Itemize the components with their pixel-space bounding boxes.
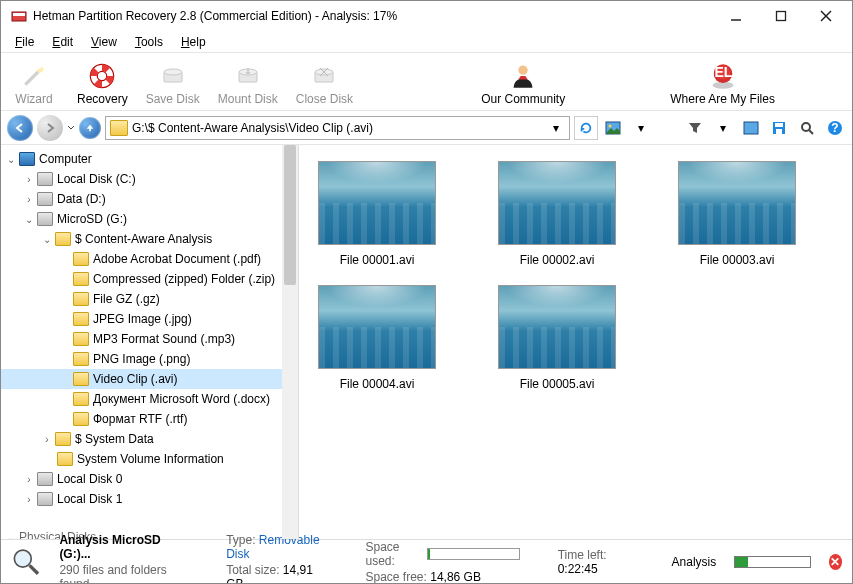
minimize-button[interactable]: [713, 2, 758, 30]
folder-tree[interactable]: ⌄Computer ›Local Disk (C:) ›Data (D:) ⌄M…: [1, 145, 299, 539]
svg-point-10: [164, 69, 182, 75]
disk-mount-icon: [234, 62, 262, 90]
tree-scrollbar[interactable]: [282, 145, 298, 539]
file-item[interactable]: File 00003.avi: [667, 161, 807, 267]
back-button[interactable]: [7, 115, 33, 141]
save-button[interactable]: [768, 117, 790, 139]
file-item[interactable]: File 00004.avi: [307, 285, 447, 391]
stop-button[interactable]: ✕: [829, 554, 843, 570]
tree-local0[interactable]: ›Local Disk 0: [1, 469, 298, 489]
close-disk-label: Close Disk: [296, 92, 353, 106]
tree-mp3[interactable]: MP3 Format Sound (.mp3): [1, 329, 298, 349]
folder-icon: [73, 412, 89, 426]
close-button[interactable]: [803, 2, 848, 30]
address-input[interactable]: G:\$ Content-Aware Analysis\Video Clip (…: [105, 116, 570, 140]
menu-file[interactable]: File: [7, 33, 42, 51]
tree-data-d[interactable]: ›Data (D:): [1, 189, 298, 209]
drive-icon: [37, 492, 53, 506]
folder-icon: [73, 292, 89, 306]
wizard-label: Wizard: [15, 92, 52, 106]
file-item[interactable]: File 00001.avi: [307, 161, 447, 267]
recovery-button[interactable]: Recovery: [77, 62, 128, 106]
tree-system-data[interactable]: ›$ System Data: [1, 429, 298, 449]
svg-text:?: ?: [831, 121, 838, 135]
video-thumbnail: [498, 285, 616, 369]
forward-button[interactable]: [37, 115, 63, 141]
folder-icon: [73, 272, 89, 286]
svg-point-28: [802, 123, 810, 131]
tree-local1[interactable]: ›Local Disk 1: [1, 489, 298, 509]
tree-content-aware[interactable]: ⌄$ Content-Aware Analysis: [1, 229, 298, 249]
tree-pdf[interactable]: Adobe Acrobat Document (.pdf): [1, 249, 298, 269]
menu-help[interactable]: Help: [173, 33, 214, 51]
tree-rtf[interactable]: Формат RTF (.rtf): [1, 409, 298, 429]
tree-avi[interactable]: Video Clip (.avi): [1, 369, 298, 389]
svg-point-23: [609, 124, 612, 127]
filter-dropdown[interactable]: ▾: [712, 117, 734, 139]
tree-png[interactable]: PNG Image (.png): [1, 349, 298, 369]
tree-computer[interactable]: ⌄Computer: [1, 149, 298, 169]
window-title: Hetman Partition Recovery 2.8 (Commercia…: [33, 9, 713, 23]
file-item[interactable]: File 00005.avi: [487, 285, 627, 391]
tree-gz[interactable]: File GZ (.gz): [1, 289, 298, 309]
mount-disk-label: Mount Disk: [218, 92, 278, 106]
status-time: 0:22:45: [558, 562, 598, 576]
tree-microsd[interactable]: ⌄MicroSD (G:): [1, 209, 298, 229]
folder-icon: [55, 232, 71, 246]
recovery-label: Recovery: [77, 92, 128, 106]
svg-line-33: [30, 565, 38, 573]
svg-rect-3: [776, 12, 785, 21]
svg-rect-27: [776, 129, 782, 134]
file-item[interactable]: File 00002.avi: [487, 161, 627, 267]
content-area: ⌄Computer ›Local Disk (C:) ›Data (D:) ⌄M…: [1, 145, 852, 539]
folder-icon: [73, 352, 89, 366]
tree-local-c[interactable]: ›Local Disk (C:): [1, 169, 298, 189]
computer-icon: [19, 152, 35, 166]
analysis-label: Analysis: [672, 555, 717, 569]
filter-button[interactable]: [684, 117, 706, 139]
community-button[interactable]: Our Community: [481, 62, 565, 106]
status-files-found: 290 files and folders found: [59, 563, 178, 585]
history-dropdown-icon[interactable]: [67, 123, 75, 133]
help-button[interactable]: ?: [824, 117, 846, 139]
svg-line-29: [809, 130, 813, 134]
svg-text:HELP: HELP: [709, 64, 737, 80]
file-list[interactable]: File 00001.avi File 00002.avi File 00003…: [299, 145, 852, 539]
address-bar: G:\$ Content-Aware Analysis\Video Clip (…: [1, 111, 852, 145]
up-button[interactable]: [79, 117, 101, 139]
search-button[interactable]: [796, 117, 818, 139]
menu-view[interactable]: View: [83, 33, 125, 51]
status-bar: Analysis MicroSD (G:)... 290 files and f…: [1, 539, 852, 583]
mount-disk-button: Mount Disk: [218, 62, 278, 106]
video-thumbnail: [678, 161, 796, 245]
refresh-button[interactable]: [574, 116, 598, 140]
where-files-label: Where Are My Files: [670, 92, 775, 106]
save-disk-button: Save Disk: [146, 62, 200, 106]
where-files-button[interactable]: HELP Where Are My Files: [670, 62, 775, 106]
address-dropdown[interactable]: ▾: [547, 121, 565, 135]
preview-button[interactable]: [740, 117, 762, 139]
svg-rect-26: [775, 123, 783, 127]
main-toolbar: Wizard Recovery Save Disk Mount Disk Clo…: [1, 53, 852, 111]
folder-icon: [73, 392, 89, 406]
save-disk-label: Save Disk: [146, 92, 200, 106]
svg-rect-1: [13, 13, 25, 16]
maximize-button[interactable]: [758, 2, 803, 30]
tree-docx[interactable]: Документ Microsoft Word (.docx): [1, 389, 298, 409]
svg-point-8: [98, 71, 107, 80]
tree-physical[interactable]: ⌄Physical Disks: [1, 527, 298, 539]
folder-icon: [55, 432, 71, 446]
svg-point-32: [14, 550, 31, 567]
tree-svi[interactable]: System Volume Information: [1, 449, 298, 469]
view-dropdown[interactable]: ▾: [630, 117, 652, 139]
menu-tools[interactable]: Tools: [127, 33, 171, 51]
tree-zip[interactable]: Compressed (zipped) Folder (.zip): [1, 269, 298, 289]
wand-icon: [20, 62, 48, 90]
wizard-button[interactable]: Wizard: [9, 62, 59, 106]
tree-jpg[interactable]: JPEG Image (.jpg): [1, 309, 298, 329]
view-mode-button[interactable]: [602, 117, 624, 139]
folder-icon: [73, 312, 89, 326]
address-path: G:\$ Content-Aware Analysis\Video Clip (…: [132, 121, 543, 135]
menu-edit[interactable]: Edit: [44, 33, 81, 51]
folder-icon: [110, 120, 128, 136]
